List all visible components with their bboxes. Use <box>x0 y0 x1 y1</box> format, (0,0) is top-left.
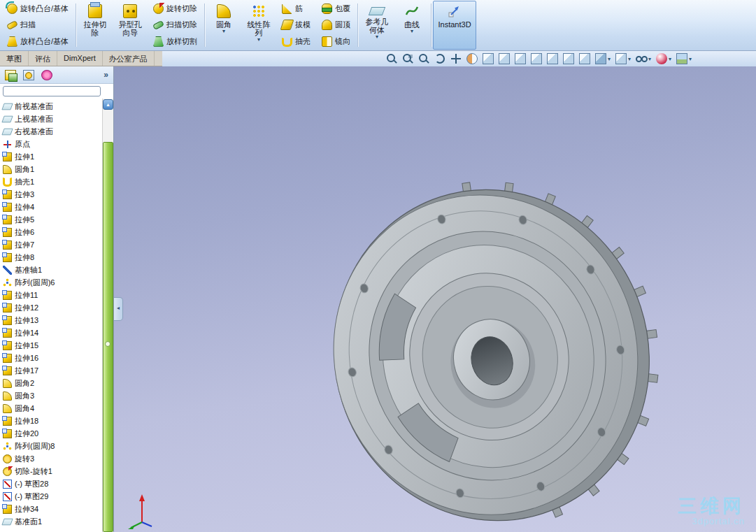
feature-tree-item[interactable]: 原点 <box>0 138 102 150</box>
view-toolbar-button[interactable] <box>466 53 478 64</box>
configurationmanager-tab-icon[interactable] <box>41 70 52 80</box>
tree-scroll-up-button[interactable]: ▲ <box>103 99 113 110</box>
feature-tree-item[interactable]: 拉伸1 <box>0 150 102 163</box>
ribbon-tab[interactable]: 评估 <box>29 51 57 66</box>
lofted-cut-button[interactable]: 放样切割 <box>149 34 201 50</box>
feature-tree-item[interactable]: 阵列(圆周)6 <box>0 276 102 289</box>
view-toolbar-dropdown-arrow[interactable]: ▾ <box>669 56 671 62</box>
view-toolbar-button[interactable]: ▾ <box>595 53 611 64</box>
view-toolbar-button[interactable] <box>547 53 558 64</box>
feature-tree-item[interactable]: 旋转3 <box>0 452 102 465</box>
extruded-cut-button[interactable]: 拉伸切除 <box>78 1 113 50</box>
panel-overflow-chevron[interactable]: » <box>104 70 108 80</box>
swept-cut-button[interactable]: 扫描切除 <box>149 17 201 33</box>
ribbon-tab[interactable]: 草图 <box>0 51 29 66</box>
view-toolbar-button[interactable] <box>434 53 445 64</box>
feature-tree-item[interactable]: (-) 草图29 <box>0 490 102 503</box>
view-toolbar-button[interactable] <box>531 53 542 64</box>
feature-tree-item[interactable]: 圆角4 <box>0 402 102 415</box>
view-toolbar-button[interactable] <box>483 53 494 64</box>
revolved-cut-button[interactable]: 旋转切除 <box>149 1 201 17</box>
view-toolbar-button[interactable] <box>499 53 510 64</box>
ribbon-tab[interactable]: DimXpert <box>57 51 103 66</box>
feature-tree-item[interactable]: 基准面1 <box>0 515 102 528</box>
apply-scene-icon <box>676 53 687 64</box>
feature-tree-item[interactable]: 拉伸17 <box>0 364 102 377</box>
lofted-boss-button[interactable]: 放样凸台/基体 <box>3 34 73 50</box>
view-toolbar-button[interactable] <box>515 53 526 64</box>
swept-boss-button[interactable]: 扫描 <box>3 17 73 33</box>
feature-tree-item[interactable]: 圆角2 <box>0 377 102 389</box>
view-toolbar-dropdown-arrow[interactable]: ▾ <box>628 56 631 62</box>
view-toolbar-button[interactable] <box>563 53 574 64</box>
fillet-button[interactable]: 圆角 ▾ <box>206 1 241 50</box>
view-toolbar-button[interactable] <box>386 53 397 64</box>
feature-tree-item[interactable]: 上视基准面 <box>0 113 102 125</box>
feature-tree-item[interactable]: 切除-旋转1 <box>0 465 102 477</box>
feature-tree-item[interactable]: 拉伸7 <box>0 238 102 251</box>
swept-cut-icon <box>152 20 164 30</box>
view-toolbar-button[interactable]: ▾ <box>636 53 651 64</box>
view-toolbar-button[interactable]: ▾ <box>615 53 631 64</box>
view-toolbar-button[interactable] <box>402 53 413 64</box>
featuremanager-tab-icon[interactable] <box>5 70 16 80</box>
splitter-grip[interactable] <box>105 341 110 347</box>
view-toolbar-dropdown-arrow[interactable]: ▾ <box>689 56 692 62</box>
view-toolbar-dropdown-arrow[interactable]: ▾ <box>608 56 611 62</box>
view-toolbar-button[interactable] <box>579 53 590 64</box>
watermark-title: 三维网 <box>678 496 745 516</box>
feature-tree-item[interactable]: 阵列(圆周)8 <box>0 440 102 452</box>
feature-tree-item[interactable]: 拉伸13 <box>0 314 102 326</box>
tree-filter-input[interactable] <box>3 86 101 96</box>
fillet-dropdown-arrow[interactable]: ▾ <box>222 29 225 34</box>
instant3d-button[interactable]: Instant3D <box>433 1 476 50</box>
feature-tree-item[interactable]: 圆角3 <box>0 389 102 402</box>
panel-collapse-button[interactable]: ◂ <box>114 297 123 321</box>
draft-button[interactable]: 拔模 <box>278 17 315 33</box>
feature-tree-item[interactable]: 拉伸14 <box>0 326 102 339</box>
feature-tree-item[interactable]: 拉伸15 <box>0 339 102 352</box>
reference-geometry-dropdown-arrow[interactable]: ▾ <box>376 34 378 40</box>
curves-dropdown-arrow[interactable]: ▾ <box>411 29 413 34</box>
view-toolbar-button[interactable] <box>450 53 462 64</box>
hole-wizard-button[interactable]: 异型孔向导 <box>113 1 148 50</box>
feature-tree-item[interactable]: 拉伸16 <box>0 352 102 364</box>
view-toolbar-dropdown-arrow[interactable]: ▾ <box>648 56 651 62</box>
feature-tree-item[interactable]: 拉伸3 <box>0 188 102 201</box>
feature-tree-item[interactable]: 拉伸5 <box>0 213 102 226</box>
fillet-icon <box>3 165 12 174</box>
feature-tree-item[interactable]: 抽壳1 <box>0 175 102 188</box>
wrap-button[interactable]: 包覆 <box>318 1 355 17</box>
view-toolbar-button[interactable] <box>418 53 429 64</box>
curves-button[interactable]: 曲线 ▾ <box>394 1 429 50</box>
feature-tree-item[interactable]: 拉伸4 <box>0 201 102 213</box>
graphics-viewport[interactable]: 三维网 3dportal.cn <box>114 66 756 532</box>
view-toolbar-button[interactable]: ▾ <box>676 53 692 64</box>
revolved-boss-button[interactable]: 旋转凸台/基体 <box>3 1 73 17</box>
feature-tree-item[interactable]: 拉伸12 <box>0 301 102 314</box>
tree-scrollbar-thumb[interactable] <box>103 142 113 532</box>
ribbon-tab[interactable]: 办公室产品 <box>103 51 155 66</box>
feature-tree-item[interactable]: 基准轴1 <box>0 264 102 276</box>
feature-tree-item[interactable]: 拉伸8 <box>0 251 102 264</box>
feature-tree-item[interactable]: 拉伸11 <box>0 289 102 301</box>
feature-tree-item[interactable]: (-) 草图28 <box>0 477 102 490</box>
feature-tree-item[interactable]: 拉伸6 <box>0 226 102 238</box>
reference-geometry-button[interactable]: 参考几何体 ▾ <box>359 1 394 50</box>
view-toolbar-button[interactable]: ▾ <box>656 53 671 64</box>
extruded-cut-icon <box>88 4 102 18</box>
propertymanager-tab-icon[interactable] <box>23 70 34 80</box>
feature-tree-item[interactable]: 拉伸34 <box>0 503 102 515</box>
feature-tree-item[interactable]: 拉伸18 <box>0 415 102 427</box>
shell-button[interactable]: 抽壳 <box>278 34 315 50</box>
feature-tree-item[interactable]: 圆角1 <box>0 163 102 175</box>
feature-tree-item-label: 拉伸17 <box>15 366 38 376</box>
linear-pattern-button[interactable]: 线性阵列 ▾ <box>241 1 276 50</box>
dome-button[interactable]: 圆顶 <box>318 17 355 33</box>
feature-tree-item[interactable]: 拉伸20 <box>0 427 102 440</box>
feature-tree-item[interactable]: 前视基准面 <box>0 100 102 113</box>
rib-button[interactable]: 筋 <box>278 1 315 17</box>
feature-tree-item[interactable]: 右视基准面 <box>0 125 102 138</box>
mirror-button[interactable]: 镜向 <box>318 34 355 50</box>
linear-pattern-dropdown-arrow[interactable]: ▾ <box>257 37 260 43</box>
